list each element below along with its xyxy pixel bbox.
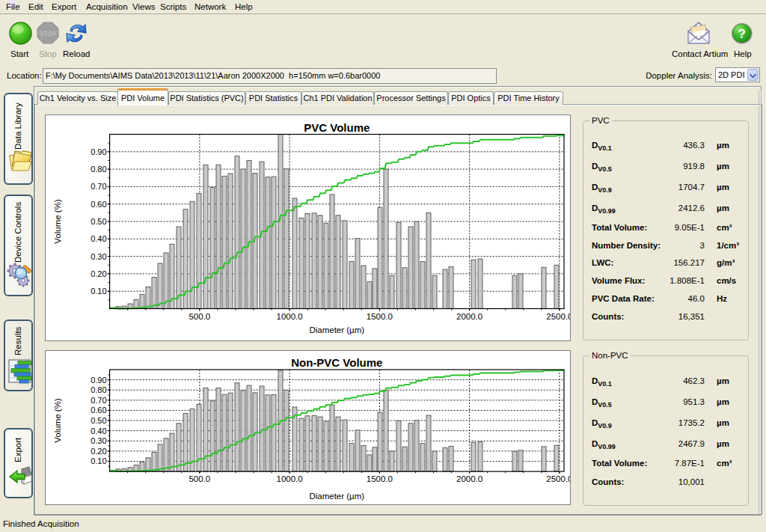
svg-text:0.10: 0.10	[91, 456, 106, 465]
svg-text:0.50: 0.50	[91, 416, 106, 425]
svg-text:0.90: 0.90	[91, 147, 106, 156]
svg-text:1000.0: 1000.0	[277, 312, 303, 321]
svg-text:STOP: STOP	[40, 30, 57, 37]
svg-text:?: ?	[738, 27, 745, 41]
svg-text:Diameter (µm): Diameter (µm)	[309, 492, 364, 501]
svg-text:500.0: 500.0	[189, 474, 210, 483]
svg-text:500.0: 500.0	[189, 312, 210, 321]
svg-text:Volume (%): Volume (%)	[53, 199, 62, 244]
svg-text:0.70: 0.70	[91, 182, 106, 191]
svg-text:Volume (%): Volume (%)	[53, 398, 62, 443]
svg-text:1500.0: 1500.0	[367, 474, 393, 483]
svg-text:2500.0: 2500.0	[546, 312, 571, 321]
svg-text:0.40: 0.40	[91, 234, 106, 243]
svg-text:Non-PVC Volume: Non-PVC Volume	[291, 356, 382, 369]
svg-text:Diameter (µm): Diameter (µm)	[309, 325, 364, 334]
svg-text:PVC Volume: PVC Volume	[304, 121, 370, 134]
svg-text:0.80: 0.80	[91, 165, 106, 174]
svg-text:1500.0: 1500.0	[367, 312, 393, 321]
svg-text:0.20: 0.20	[91, 269, 106, 278]
svg-text:0.30: 0.30	[91, 252, 106, 261]
svg-text:0.90: 0.90	[91, 376, 106, 385]
svg-text:0.60: 0.60	[91, 200, 106, 209]
svg-text:2000.0: 2000.0	[456, 312, 482, 321]
svg-text:0.80: 0.80	[91, 385, 106, 394]
svg-text:0.40: 0.40	[91, 426, 106, 435]
svg-text:0.10: 0.10	[91, 287, 106, 296]
svg-text:2000.0: 2000.0	[456, 474, 482, 483]
svg-text:2500.0: 2500.0	[546, 474, 571, 483]
svg-text:0.30: 0.30	[91, 436, 106, 445]
svg-text:0.70: 0.70	[91, 396, 106, 405]
svg-text:1000.0: 1000.0	[277, 474, 303, 483]
svg-text:0.50: 0.50	[91, 217, 106, 226]
svg-text:0.60: 0.60	[91, 406, 106, 415]
svg-text:0.20: 0.20	[91, 447, 106, 456]
